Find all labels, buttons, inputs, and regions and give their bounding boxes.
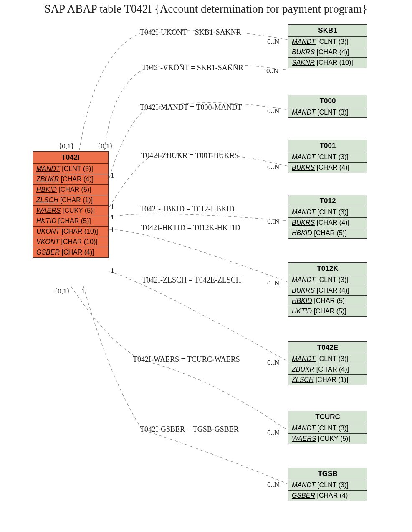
cardinality-label: 0..N (267, 359, 279, 367)
cardinality-label: 0..N (267, 481, 279, 489)
entity-field: GSBER [CHAR (4)] (33, 247, 108, 257)
cardinality-label: 1 (111, 226, 114, 234)
entity-t042i: T042I MANDT [CLNT (3)]ZBUKR [CHAR (4)]HB… (33, 151, 109, 258)
entity-field: MANDT [CLNT (3)] (288, 37, 367, 47)
entity-skb1: SKB1MANDT [CLNT (3)]BUKRS [CHAR (4)]SAKN… (288, 24, 367, 68)
relation-label: T042I-ZLSCH = T042E-ZLSCH (142, 276, 241, 285)
cardinality-label: 1 (111, 213, 114, 221)
entity-header: T000 (288, 95, 367, 107)
cardinality-label: 0..N (267, 217, 279, 226)
entity-t042e: T042EMANDT [CLNT (3)]ZBUKR [CHAR (4)]ZLS… (288, 341, 367, 385)
relation-label: T042I-HBKID = T012-HBKID (140, 205, 235, 214)
entity-t012k: T012KMANDT [CLNT (3)]BUKRS [CHAR (4)]HBK… (288, 262, 367, 317)
entity-field: WAERS [CUKY (5)] (288, 434, 367, 444)
entity-header: T001 (288, 140, 367, 152)
entity-field: HBKID [CHAR (5)] (288, 228, 367, 238)
entity-field: MANDT [CLNT (3)] (288, 152, 367, 163)
relation-label: T042I-GSBER = TGSB-GSBER (140, 425, 239, 434)
entity-tgsb: TGSBMANDT [CLNT (3)]GSBER [CHAR (4)] (288, 468, 367, 501)
cardinality-label: 0..N (266, 67, 278, 75)
relation-label: T042I-ZBUKR = T001-BUKRS (141, 151, 239, 160)
entity-field: BUKRS [CHAR (4)] (288, 285, 367, 296)
entity-t000: T000MANDT [CLNT (3)] (288, 95, 367, 118)
entity-field: MANDT [CLNT (3)] (288, 107, 367, 117)
entity-header: T042E (288, 342, 367, 354)
cardinality-label: 0..N (267, 38, 279, 46)
relation-label: T042I-UKONT = SKB1-SAKNR (140, 28, 241, 37)
entity-field: BUKRS [CHAR (4)] (288, 218, 367, 228)
entity-field: HKTID [CHAR (5)] (288, 306, 367, 316)
entity-field: VKONT [CHAR (10)] (33, 237, 108, 247)
entity-field: MANDT [CLNT (3)] (288, 480, 367, 491)
entity-header: SKB1 (288, 25, 367, 37)
entity-field: UKONT [CHAR (10)] (33, 227, 108, 237)
entity-field: ZLSCH [CHAR (1)] (33, 195, 108, 206)
cardinality-label: 1 (111, 203, 114, 211)
entity-field: MANDT [CLNT (3)] (288, 423, 367, 434)
entity-field: HBKID [CHAR (5)] (288, 296, 367, 306)
entity-field: SAKNR [CHAR (10)] (288, 58, 367, 68)
entity-t001: T001MANDT [CLNT (3)]BUKRS [CHAR (4)] (288, 140, 367, 173)
entity-field: ZBUKR [CHAR (4)] (288, 364, 367, 375)
entity-field: BUKRS [CHAR (4)] (288, 47, 367, 58)
relation-label: T042I-HKTID = T012K-HKTID (141, 224, 240, 232)
entity-field: MANDT [CLNT (3)] (288, 207, 367, 218)
relation-label: T042I-MANDT = T000-MANDT (140, 103, 242, 112)
entity-field: BUKRS [CHAR (4)] (288, 163, 367, 173)
entity-field: ZBUKR [CHAR (4)] (33, 174, 108, 185)
entity-field: HBKID [CHAR (5)] (33, 185, 108, 195)
entity-header: T012 (288, 195, 367, 207)
entity-field: GSBER [CHAR (4)] (288, 491, 367, 501)
cardinality-label: 0..N (267, 279, 279, 288)
entity-header: TGSB (288, 468, 367, 480)
entity-header: TCURC (288, 411, 367, 423)
cardinality-label: {0,1} (58, 142, 74, 150)
entity-field: HKTID [CHAR (5)] (33, 216, 108, 227)
relation-label: T042I-WAERS = TCURC-WAERS (133, 355, 240, 364)
entity-field: WAERS [CUKY (5)] (33, 206, 108, 216)
cardinality-label: 0..N (267, 107, 279, 115)
entity-t012: T012MANDT [CLNT (3)]BUKRS [CHAR (4)]HBKI… (288, 195, 367, 239)
entity-field: MANDT [CLNT (3)] (33, 164, 108, 174)
entity-tcurc: TCURCMANDT [CLNT (3)]WAERS [CUKY (5)] (288, 411, 367, 444)
cardinality-label: 0..N (267, 163, 279, 171)
cardinality-label: {0,1} (97, 142, 113, 150)
entity-t042i-header: T042I (33, 152, 108, 164)
cardinality-label: 0..N (267, 429, 279, 437)
relation-label: T042I-VKONT = SKB1-SAKNR (142, 64, 243, 72)
cardinality-label: 1 (111, 267, 114, 275)
entity-header: T012K (288, 263, 367, 275)
cardinality-label: 1 (81, 287, 85, 295)
cardinality-label: {0,1} (54, 287, 70, 295)
entity-field: MANDT [CLNT (3)] (288, 354, 367, 364)
entity-field: ZLSCH [CHAR (1)] (288, 375, 367, 385)
entity-field: MANDT [CLNT (3)] (288, 275, 367, 285)
page-title: SAP ABAP table T042I {Account determinat… (0, 3, 412, 15)
cardinality-label: 1 (111, 171, 114, 180)
